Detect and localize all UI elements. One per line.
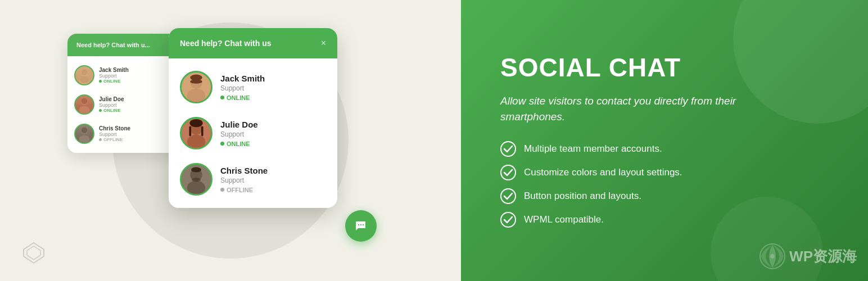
- bg-header-text: Need help? Chat with u...: [76, 42, 150, 48]
- feature-text-2: Customize colors and layout settings.: [524, 167, 682, 178]
- fg-chris-name: Chris Stone: [220, 166, 326, 175]
- fg-widget-body: Jack Smith Support ONLINE: [169, 58, 337, 208]
- wp-branding: WP资源海: [759, 243, 857, 270]
- fg-julie-status: ONLINE: [220, 140, 326, 147]
- fg-avatar-chris: [180, 163, 213, 196]
- fg-member-julie[interactable]: Julie Doe Support ONLINE: [169, 110, 337, 156]
- fg-member-jack[interactable]: Jack Smith Support ONLINE: [169, 64, 337, 110]
- svg-point-9: [82, 127, 88, 133]
- feature-item-3: Button position and layouts.: [500, 188, 781, 204]
- feature-item-2: Customize colors and layout settings.: [500, 165, 781, 180]
- fg-julie-role: Support: [220, 130, 326, 138]
- check-icon-2: [500, 165, 516, 180]
- svg-point-32: [501, 212, 516, 227]
- fg-widget-header: Need help? Chat with us ×: [169, 28, 337, 58]
- svg-point-30: [501, 165, 516, 180]
- fg-julie-name: Julie Doe: [220, 120, 326, 129]
- wordpress-logo: [759, 243, 786, 270]
- main-title: SOCIAL CHAT: [500, 53, 781, 82]
- fg-member-info-chris: Chris Stone Support OFFLINE: [220, 166, 326, 193]
- svg-point-27: [360, 224, 361, 225]
- svg-point-18: [189, 119, 202, 127]
- svg-point-3: [80, 76, 89, 83]
- svg-point-14: [190, 80, 202, 84]
- svg-point-6: [82, 98, 88, 104]
- feature-text-3: Button position and layouts.: [524, 191, 641, 202]
- fg-jack-role: Support: [220, 84, 326, 92]
- feature-text-4: WPML compatible.: [524, 214, 604, 225]
- right-content: SOCIAL CHAT Allow site visitors to conta…: [500, 53, 781, 228]
- left-panel: Need help? Chat with u... Jack Smith: [0, 0, 461, 281]
- chat-widget-foreground: Need help? Chat with us ×: [169, 28, 337, 208]
- widgets-container: Need help? Chat with u... Jack Smith: [67, 22, 394, 259]
- feature-item-4: WPML compatible.: [500, 212, 781, 228]
- fg-header-title: Need help? Chat with us: [180, 39, 272, 48]
- features-list: Multiple team member accounts. Customize…: [500, 141, 781, 228]
- svg-rect-20: [201, 126, 204, 136]
- fg-jack-status: ONLINE: [220, 94, 326, 101]
- bg-avatar-julie: [74, 94, 94, 115]
- wp-text-label: WP资源海: [789, 247, 857, 266]
- subtitle: Allow site visitors to contact you direc…: [500, 93, 781, 125]
- close-button[interactable]: ×: [321, 38, 326, 48]
- check-icon-3: [500, 188, 516, 204]
- float-chat-button[interactable]: [345, 210, 377, 242]
- fg-avatar-jack: [180, 71, 213, 103]
- fg-member-info-jack: Jack Smith Support ONLINE: [220, 74, 326, 101]
- fg-chris-role: Support: [220, 176, 326, 184]
- svg-point-5: [79, 106, 90, 114]
- svg-rect-19: [189, 126, 191, 136]
- chat-bubble-icon: [354, 219, 368, 233]
- svg-point-29: [501, 142, 516, 156]
- svg-point-24: [191, 167, 201, 172]
- fg-member-chris[interactable]: Chris Stone Support OFFLINE: [169, 156, 337, 202]
- bg-avatar-jack: [74, 65, 94, 85]
- bg-avatar-chris: [74, 124, 94, 144]
- fg-chris-status: OFFLINE: [220, 187, 326, 193]
- svg-point-26: [358, 224, 359, 225]
- feature-item-1: Multiple team member accounts.: [500, 141, 781, 157]
- svg-point-31: [501, 189, 516, 203]
- svg-point-2: [82, 69, 88, 75]
- diamond-logo: [22, 242, 45, 264]
- fg-jack-name: Jack Smith: [220, 74, 326, 83]
- svg-point-28: [363, 224, 364, 225]
- check-icon-1: [500, 141, 516, 157]
- fg-member-info-julie: Julie Doe Support ONLINE: [220, 120, 326, 147]
- check-icon-4: [500, 212, 516, 228]
- right-panel: SOCIAL CHAT Allow site visitors to conta…: [461, 0, 868, 281]
- svg-point-25: [192, 178, 201, 182]
- svg-point-8: [79, 135, 90, 143]
- feature-text-1: Multiple team member accounts.: [524, 143, 662, 155]
- fg-avatar-julie: [180, 117, 213, 149]
